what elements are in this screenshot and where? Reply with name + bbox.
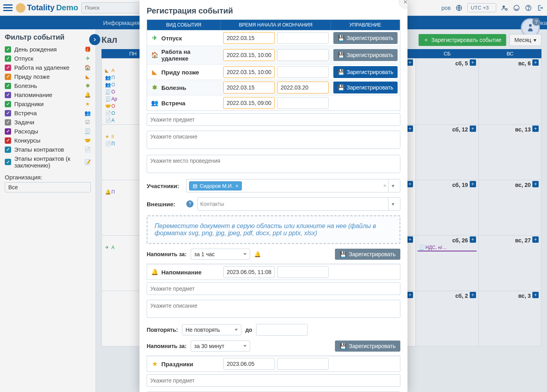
event-type-label: Работа на удаленке <box>161 48 217 62</box>
help-icon[interactable]: ? <box>186 200 193 207</box>
remind-label: Напомнить за: <box>147 251 187 257</box>
register-row-button[interactable]: 💾Зарегистрировать <box>333 32 398 44</box>
external-label: Внешние: <box>147 201 182 207</box>
holiday-subject-input[interactable] <box>147 374 400 387</box>
event-type-icon: ✈ <box>151 34 158 42</box>
event-row: ◣Приду позже 💾Зарегистрировать <box>147 64 400 80</box>
star-icon: ★ <box>151 360 158 367</box>
holiday-end-input[interactable] <box>277 358 329 370</box>
event-end-input[interactable] <box>277 66 329 78</box>
file-dropzone[interactable]: Переместите документ в серую область или… <box>147 215 400 244</box>
reminder-subject-input[interactable] <box>147 282 400 295</box>
event-row: 🏠Работа на удаленке 💾Зарегистрировать <box>147 46 400 64</box>
remind-label-2: Напомнить за: <box>147 343 187 349</box>
event-type-label: Отпуск <box>161 35 182 42</box>
save-icon: 💾 <box>338 84 344 91</box>
repeat-select[interactable]: Не повторять <box>182 324 241 335</box>
chevron-down-icon[interactable]: ▾ <box>388 198 398 210</box>
location-input[interactable] <box>147 155 400 173</box>
external-contacts-select[interactable]: Контакты ▾ <box>197 197 400 211</box>
register-row-button[interactable]: 💾Зарегистрировать <box>333 49 398 61</box>
register-button-2[interactable]: 💾Зарегистрировать <box>335 341 400 352</box>
clear-icon[interactable]: × <box>383 183 386 189</box>
event-row: ✱Болезнь 💾Зарегистрировать <box>147 80 400 95</box>
chevron-down-icon[interactable]: ▾ <box>388 179 398 192</box>
until-label: до <box>245 327 252 333</box>
events-table-head: ВИД СОБЫТИЯ ВРЕМЯ НАЧАЛА И ОКОНЧАНИЯ УПР… <box>147 20 400 30</box>
repeat-label: Повторять: <box>147 327 178 333</box>
participant-tag[interactable]: ▤ Сидоров М.И. × <box>189 181 242 190</box>
save-icon: 💾 <box>340 343 346 349</box>
description-input[interactable] <box>147 131 400 149</box>
event-start-input[interactable] <box>223 82 275 93</box>
event-type-icon: ◣ <box>151 69 158 76</box>
event-type-label: Встреча <box>161 100 186 107</box>
event-type-label: Болезнь <box>161 84 186 91</box>
event-type-icon: 🏠 <box>151 51 158 59</box>
register-row-button[interactable]: 💾Зарегистрировать <box>333 82 398 93</box>
bell-icon[interactable]: 🔔 <box>254 251 261 258</box>
events-table: ВИД СОБЫТИЯ ВРЕМЯ НАЧАЛА И ОКОНЧАНИЯ УПР… <box>147 19 400 111</box>
save-icon: 💾 <box>338 52 344 58</box>
person-card-icon: ▤ <box>193 183 197 189</box>
save-icon: 💾 <box>338 35 344 41</box>
event-row: ✈Отпуск 💾Зарегистрировать <box>147 30 400 46</box>
participants-label: Участники: <box>147 183 182 189</box>
modal-title: Регистрация событий <box>140 6 407 19</box>
reminder-end-input[interactable] <box>277 266 329 278</box>
event-type-icon: ✱ <box>151 84 158 91</box>
holiday-start-input[interactable] <box>223 358 275 370</box>
subject-input[interactable] <box>147 113 400 126</box>
register-events-modal: ✕ Регистрация событий ВИД СОБЫТИЯ ВРЕМЯ … <box>140 0 407 392</box>
reminder-start-input[interactable] <box>223 266 275 278</box>
event-row: 👥Встреча <box>147 95 400 110</box>
participants-select[interactable]: ▤ Сидоров М.И. × × ▾ <box>186 179 400 192</box>
remind-select[interactable]: за 1 час <box>191 249 250 260</box>
remind-select-2[interactable]: за 30 минут <box>191 341 250 352</box>
bell-icon: 🔔 <box>151 268 158 276</box>
reminder-desc-input[interactable] <box>147 300 400 318</box>
event-end-input[interactable] <box>277 82 329 93</box>
event-end-input[interactable] <box>277 49 329 61</box>
event-end-input[interactable] <box>277 97 329 109</box>
event-start-input[interactable] <box>223 49 275 61</box>
remove-icon[interactable]: × <box>235 183 239 189</box>
event-type-label: Приду позже <box>161 69 199 76</box>
save-icon: 💾 <box>338 69 344 75</box>
repeat-until-input[interactable] <box>256 324 308 336</box>
event-type-icon: 👥 <box>151 99 158 107</box>
event-start-input[interactable] <box>223 66 275 78</box>
event-end-input[interactable] <box>277 32 329 44</box>
event-start-input[interactable] <box>223 97 275 109</box>
event-start-input[interactable] <box>223 32 275 44</box>
register-row-button[interactable]: 💾Зарегистрировать <box>333 66 398 78</box>
save-icon: 💾 <box>340 251 346 257</box>
register-button[interactable]: 💾Зарегистрировать <box>335 249 400 260</box>
